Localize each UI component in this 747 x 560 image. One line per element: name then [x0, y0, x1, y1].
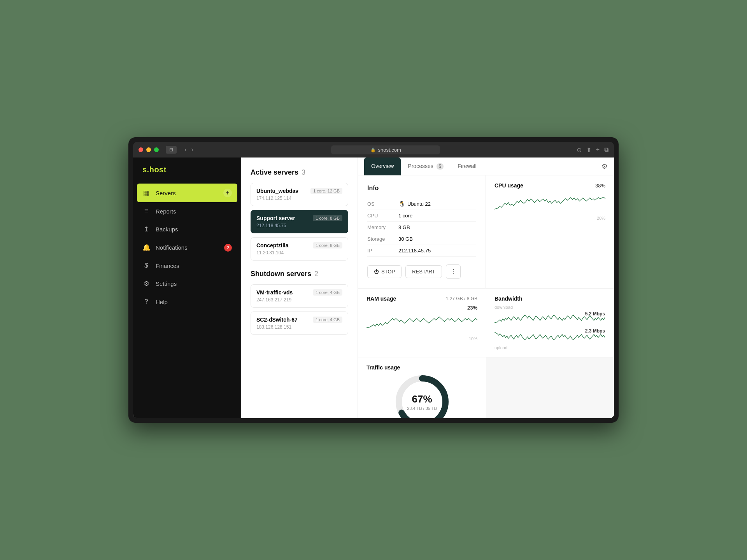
- sidebar-item-help[interactable]: ? Help: [133, 293, 241, 311]
- browser-body: s.host ▦ Servers + ≡ Reports ↥ Backups 🔔…: [133, 158, 614, 418]
- download-label: download: [494, 305, 605, 310]
- shutdown-servers-count: 2: [314, 270, 318, 278]
- cpu-chart-header: CPU usage 38%: [494, 182, 605, 189]
- new-tab-icon[interactable]: +: [596, 146, 600, 153]
- server-spec: 1 core, 8 GB: [313, 242, 342, 248]
- info-label-cpu: CPU: [367, 213, 398, 219]
- tab-bar: Overview Processes 5 Firewall ⚙: [358, 158, 614, 175]
- active-servers-header: Active servers 3: [251, 168, 348, 177]
- server-ip: 174.112.125.114: [256, 196, 342, 201]
- restart-button[interactable]: RESTART: [405, 265, 442, 278]
- minimize-dot[interactable]: [146, 147, 151, 152]
- donut-center: 67% 23.4 TB / 35 TB: [407, 393, 437, 411]
- servers-icon: ▦: [142, 189, 150, 197]
- server-ip: 11.20.31.104: [256, 250, 342, 256]
- notifications-badge: 2: [224, 244, 232, 252]
- os-icon: 🐧: [398, 201, 405, 207]
- traffic-percentage: 67%: [407, 393, 437, 405]
- back-icon[interactable]: ‹: [183, 146, 188, 153]
- info-row-os: OS 🐧 Ubuntu 22: [367, 198, 476, 210]
- download-icon[interactable]: ⊙: [577, 146, 582, 154]
- info-value-memory: 8 GB: [398, 224, 410, 230]
- reports-icon: ≡: [142, 207, 150, 215]
- fullscreen-dot[interactable]: [154, 147, 159, 152]
- ram-chart-panel: RAM usage 1.27 GB / 8 GB 23% 10%: [358, 289, 486, 357]
- info-row-storage: Storage 30 GB: [367, 233, 476, 245]
- tab-firewall[interactable]: Firewall: [451, 158, 483, 175]
- tab-firewall-label: Firewall: [458, 163, 476, 169]
- split-view-icon[interactable]: ⧉: [604, 146, 608, 153]
- shutdown-servers-section: Shutdown servers 2 VM-traffic-vds 1 core…: [251, 270, 348, 335]
- sidebar-item-servers[interactable]: ▦ Servers +: [137, 184, 237, 202]
- forward-icon[interactable]: ›: [189, 146, 195, 153]
- info-value-os: 🐧 Ubuntu 22: [398, 201, 431, 207]
- info-title: Info: [367, 185, 476, 192]
- server-spec: 1 core, 12 GB: [310, 188, 342, 194]
- stop-label: STOP: [381, 269, 395, 275]
- notifications-icon: 🔔: [142, 243, 150, 252]
- donut-container: 67% 23.4 TB / 35 TB: [366, 371, 477, 418]
- nav-buttons: ‹ ›: [183, 146, 195, 153]
- server-card-header: Ubuntu_webdav 1 core, 12 GB: [256, 188, 342, 194]
- upload-label: upload: [494, 345, 605, 350]
- info-row-cpu: CPU 1 core: [367, 210, 476, 222]
- server-card-sc2[interactable]: SC2-dSwitch-67 1 core, 4 GB 183.126.128.…: [251, 312, 348, 335]
- active-servers-title: Active servers: [251, 168, 298, 177]
- server-name: Support server: [256, 215, 295, 221]
- stop-button[interactable]: ⏻ STOP: [367, 265, 402, 278]
- info-row-ip: IP 212.118.45.75: [367, 245, 476, 257]
- server-card-vm-traffic[interactable]: VM-traffic-vds 1 core, 4 GB 247.163.217.…: [251, 284, 348, 308]
- sidebar-item-settings[interactable]: ⚙ Settings: [133, 275, 241, 293]
- server-ip: 212.118.45.75: [256, 223, 342, 228]
- sidebar: s.host ▦ Servers + ≡ Reports ↥ Backups 🔔…: [133, 158, 241, 418]
- sidebar-item-reports[interactable]: ≡ Reports: [133, 202, 241, 220]
- tab-overview[interactable]: Overview: [364, 158, 401, 175]
- server-card-header: Conceptzilla 1 core, 8 GB: [256, 242, 342, 248]
- ram-chart-svg: [366, 312, 477, 336]
- info-label-ip: IP: [367, 248, 398, 254]
- cpu-chart-panel: CPU usage 38% 20%: [486, 175, 614, 289]
- ram-chart-sub: 10%: [366, 336, 477, 341]
- settings-icon: ⚙: [142, 280, 150, 288]
- sidebar-item-backups[interactable]: ↥ Backups: [133, 220, 241, 238]
- share-icon[interactable]: ⬆: [586, 146, 591, 154]
- cpu-chart-value: 38%: [595, 183, 605, 189]
- titlebar-actions: ⊙ ⬆ + ⧉: [577, 146, 608, 154]
- add-server-button[interactable]: +: [223, 189, 232, 197]
- sidebar-item-finances[interactable]: $ Finances: [133, 257, 241, 275]
- settings-gear-icon[interactable]: ⚙: [601, 162, 608, 171]
- server-card-conceptzilla[interactable]: Conceptzilla 1 core, 8 GB 11.20.31.104: [251, 237, 348, 261]
- server-card-header: VM-traffic-vds 1 core, 4 GB: [256, 289, 342, 296]
- more-options-button[interactable]: ⋮: [446, 264, 461, 279]
- server-spec: 1 core, 4 GB: [313, 317, 342, 323]
- server-name: Ubuntu_webdav: [256, 188, 298, 194]
- address-bar[interactable]: 🔒 shost.com: [331, 145, 440, 154]
- server-card-support[interactable]: Support server 1 core, 8 GB 212.118.45.7…: [251, 210, 348, 233]
- sidebar-item-label-notifications: Notifications: [156, 244, 188, 251]
- cpu-chart-sub: 20%: [494, 216, 605, 220]
- cpu-chart-area: [494, 192, 605, 215]
- sidebar-item-notifications[interactable]: 🔔 Notifications 2: [133, 238, 241, 257]
- close-dot[interactable]: [139, 147, 143, 152]
- server-card-ubuntu[interactable]: Ubuntu_webdav 1 core, 12 GB 174.112.125.…: [251, 183, 348, 206]
- info-value-cpu: 1 core: [398, 213, 412, 219]
- server-name: SC2-dSwitch-67: [256, 317, 298, 323]
- main-content: Active servers 3 Ubuntu_webdav 1 core, 1…: [241, 158, 614, 418]
- download-speed: 5.2 Mbps: [585, 311, 605, 317]
- sidebar-toggle-icon[interactable]: ⊟: [166, 146, 177, 154]
- info-value-storage: 30 GB: [398, 236, 413, 242]
- info-label-memory: Memory: [367, 224, 398, 230]
- app-logo: s.host: [133, 165, 241, 184]
- restart-label: RESTART: [412, 269, 435, 275]
- bandwidth-title: Bandwidth: [494, 296, 523, 302]
- server-name: Conceptzilla: [256, 242, 288, 248]
- tab-processes[interactable]: Processes 5: [401, 158, 451, 175]
- shutdown-servers-header: Shutdown servers 2: [251, 270, 348, 278]
- info-label-storage: Storage: [367, 236, 398, 242]
- titlebar: ⊟ ‹ › 🔒 shost.com ⊙ ⬆ + ⧉: [133, 142, 614, 158]
- server-ip: 247.163.217.219: [256, 297, 342, 303]
- server-spec: 1 core, 4 GB: [313, 289, 342, 296]
- active-servers-count: 3: [302, 168, 305, 177]
- bandwidth-panel: Bandwidth download 5.2 Mbps: [486, 289, 614, 357]
- server-ip: 183.126.128.151: [256, 324, 342, 330]
